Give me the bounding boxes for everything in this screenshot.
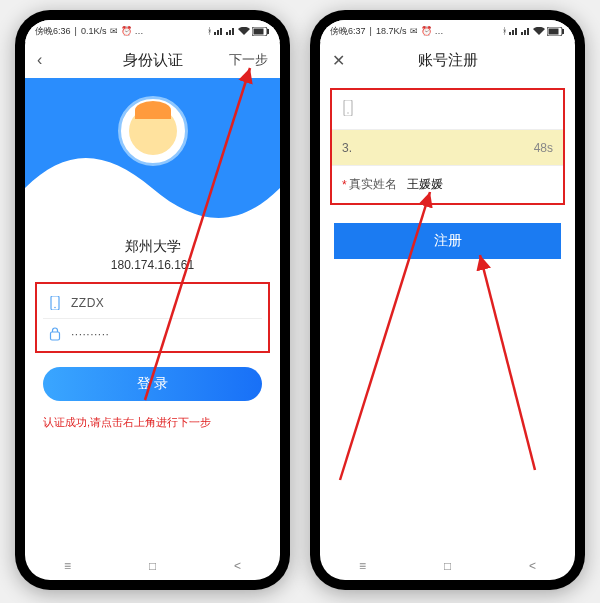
status-net: 18.7K/s	[376, 26, 407, 36]
screen-right: 傍晚6:37 | 18.7K/s ✉ ⏰ … ᚼ	[320, 20, 575, 580]
nav-home-icon[interactable]: □	[444, 559, 451, 573]
status-extras: ✉ ⏰ …	[110, 26, 143, 36]
signal-icon	[521, 27, 531, 35]
school-name: 郑州大学	[25, 238, 280, 256]
screen-left: 傍晚6:36 | 0.1K/s ✉ ⏰ … ᚼ	[25, 20, 280, 580]
wifi-icon	[238, 27, 250, 35]
login-button-label: 登 录	[137, 375, 169, 393]
svg-rect-2	[267, 29, 269, 34]
phone-right: 傍晚6:37 | 18.7K/s ✉ ⏰ … ᚼ	[310, 10, 585, 590]
lock-icon	[47, 326, 63, 342]
phone-icon	[342, 100, 354, 119]
signal-icon	[214, 27, 224, 35]
ip-address: 180.174.16.161	[25, 258, 280, 272]
title-bar: ‹ 身份认证 下一步	[25, 42, 280, 78]
username-field[interactable]: ZZDX	[43, 288, 262, 319]
login-button[interactable]: 登 录	[43, 367, 262, 401]
nav-home-icon[interactable]: □	[149, 559, 156, 573]
signal-icon	[509, 27, 519, 35]
required-mark: *	[342, 178, 347, 192]
bluetooth-icon: ᚼ	[207, 26, 212, 36]
status-extras: ✉ ⏰ …	[410, 26, 443, 36]
svg-rect-1	[254, 28, 264, 34]
wave-graphic	[25, 148, 280, 228]
phone-left: 傍晚6:36 | 0.1K/s ✉ ⏰ … ᚼ	[15, 10, 290, 590]
page-title: 账号注册	[320, 51, 575, 70]
svg-point-4	[54, 307, 56, 309]
bluetooth-icon: ᚼ	[502, 26, 507, 36]
real-name-value: 王媛媛	[407, 176, 443, 193]
school-block: 郑州大学 180.174.16.161	[25, 228, 280, 278]
registration-highlight-box: 3. 48s * 真实姓名 王媛媛	[330, 88, 565, 205]
phone-icon	[47, 295, 63, 311]
countdown-label: 48s	[534, 141, 553, 155]
close-icon[interactable]: ✕	[332, 51, 345, 70]
credentials-highlight-box: ZZDX ··········	[35, 282, 270, 353]
svg-rect-8	[549, 28, 559, 34]
password-value: ··········	[71, 327, 258, 341]
battery-icon	[547, 27, 565, 36]
status-time: 傍晚6:36	[35, 25, 71, 38]
wifi-icon	[533, 27, 545, 35]
register-button-label: 注册	[434, 232, 462, 250]
status-bar: 傍晚6:37 | 18.7K/s ✉ ⏰ … ᚼ	[320, 20, 575, 42]
hero-banner	[25, 78, 280, 228]
real-name-label: 真实姓名	[349, 176, 397, 193]
password-field[interactable]: ··········	[43, 319, 262, 349]
sms-code-row[interactable]: 3. 48s	[332, 130, 563, 166]
nav-back-icon[interactable]: <	[234, 559, 241, 573]
signal-icon	[226, 27, 236, 35]
status-net: 0.1K/s	[81, 26, 107, 36]
status-time: 傍晚6:37	[330, 25, 366, 38]
battery-icon	[252, 27, 270, 36]
status-bar: 傍晚6:36 | 0.1K/s ✉ ⏰ … ᚼ	[25, 20, 280, 42]
svg-line-13	[480, 255, 535, 470]
nav-back-icon[interactable]: <	[529, 559, 536, 573]
svg-rect-9	[562, 29, 564, 34]
real-name-row[interactable]: * 真实姓名 王媛媛	[332, 166, 563, 203]
back-icon[interactable]: ‹	[37, 51, 42, 69]
next-step-button[interactable]: 下一步	[229, 51, 268, 69]
android-nav-bar: ≡ □ <	[25, 552, 280, 580]
svg-rect-5	[51, 332, 60, 340]
code-prefix: 3.	[342, 141, 352, 155]
username-value: ZZDX	[71, 296, 258, 310]
nav-menu-icon[interactable]: ≡	[64, 559, 71, 573]
success-message: 认证成功,请点击右上角进行下一步	[25, 415, 280, 430]
phone-input-row[interactable]	[332, 90, 563, 130]
nav-menu-icon[interactable]: ≡	[359, 559, 366, 573]
title-bar: ✕ 账号注册	[320, 42, 575, 78]
svg-point-11	[347, 112, 349, 114]
register-button[interactable]: 注册	[334, 223, 561, 259]
android-nav-bar: ≡ □ <	[320, 552, 575, 580]
